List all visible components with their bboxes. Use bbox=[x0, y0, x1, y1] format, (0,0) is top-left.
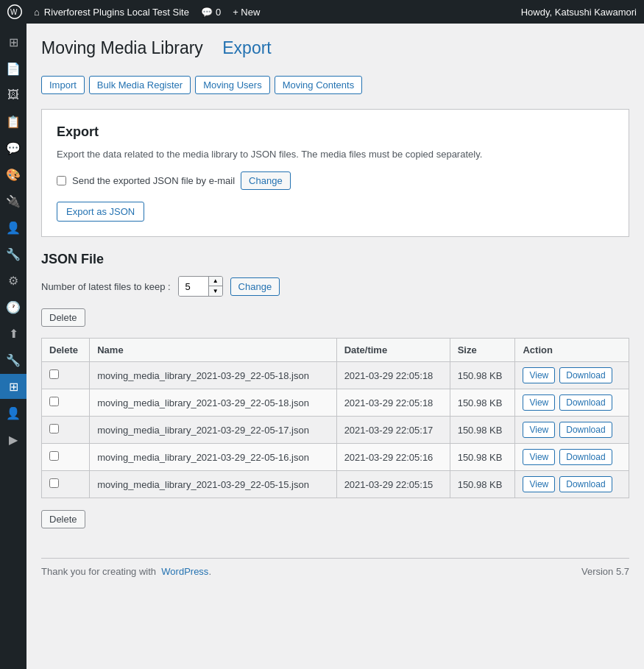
keep-files-change-button[interactable]: Change bbox=[230, 277, 280, 296]
sidebar-item-appearance[interactable]: 🎨 bbox=[0, 162, 26, 187]
moving-users-button[interactable]: Moving Users bbox=[195, 76, 269, 94]
row-size-4: 150.98 KB bbox=[450, 471, 515, 498]
spinner-down-button[interactable]: ▼ bbox=[209, 286, 222, 296]
wp-logo[interactable]: W bbox=[7, 4, 22, 19]
page-header: Moving Media Library Export bbox=[41, 38, 629, 70]
table-row: moving_media_library_2021-03-29_22-05-18… bbox=[42, 362, 629, 389]
nav-buttons: Import Bulk Media Register Moving Users … bbox=[41, 76, 629, 94]
export-description: Export the data related to the media lib… bbox=[57, 149, 614, 160]
footer-punctuation: . bbox=[208, 566, 211, 577]
email-checkbox-row: Send the exported JSON file by e-mail Ch… bbox=[57, 171, 614, 190]
svg-text:W: W bbox=[10, 8, 18, 16]
view-button-1[interactable]: View bbox=[523, 394, 555, 411]
send-email-label: Send the exported JSON file by e-mail bbox=[72, 175, 235, 186]
admin-bar: W Riverforest Plugins Local Test Site 💬 … bbox=[0, 0, 644, 24]
json-file-section: JSON File Number of latest files to keep… bbox=[41, 252, 629, 528]
footer-thank-you: Thank you for creating with bbox=[41, 566, 156, 577]
footer: Thank you for creating with WordPress. V… bbox=[41, 558, 629, 577]
sidebar-item-play[interactable]: ▶ bbox=[0, 427, 26, 452]
row-size-3: 150.98 KB bbox=[450, 444, 515, 471]
bulk-media-register-button[interactable]: Bulk Media Register bbox=[89, 76, 191, 94]
table-row: moving_media_library_2021-03-29_22-05-16… bbox=[42, 444, 629, 471]
row-datetime-2: 2021-03-29 22:05:17 bbox=[336, 417, 450, 444]
sidebar-item-history[interactable]: 🕐 bbox=[0, 294, 26, 319]
sidebar-item-plugin-active[interactable]: ⊞ bbox=[0, 374, 26, 399]
download-button-0[interactable]: Download bbox=[559, 367, 612, 383]
json-section-title: JSON File bbox=[41, 252, 629, 267]
send-email-checkbox[interactable] bbox=[57, 176, 66, 185]
download-button-2[interactable]: Download bbox=[559, 422, 612, 438]
site-name[interactable]: Riverforest Plugins Local Test Site bbox=[34, 7, 189, 18]
col-action: Action bbox=[515, 339, 629, 362]
row-name-4: moving_media_library_2021-03-29_22-05-15… bbox=[90, 471, 336, 498]
view-button-3[interactable]: View bbox=[523, 449, 555, 465]
col-size: Size bbox=[450, 339, 515, 362]
admin-sidebar: ⊞ 📄 🖼 📋 💬 🎨 🔌 👤 🔧 ⚙ 🕐 ⬆ 🔧 ⊞ 👤 ▶ bbox=[0, 24, 26, 669]
keep-files-label: Number of latest files to keep : bbox=[41, 281, 171, 292]
delete-bottom-button[interactable]: Delete bbox=[41, 510, 85, 528]
table-row: moving_media_library_2021-03-29_22-05-15… bbox=[42, 471, 629, 498]
row-datetime-4: 2021-03-29 22:05:15 bbox=[336, 471, 450, 498]
export-section: Export Export the data related to the me… bbox=[41, 109, 629, 237]
file-table: Delete Name Date/time Size Action moving… bbox=[41, 338, 629, 498]
main-content: Moving Media Library Export Import Bulk … bbox=[26, 24, 644, 669]
new-content-link[interactable]: + New bbox=[233, 7, 260, 18]
row-name-0: moving_media_library_2021-03-29_22-05-18… bbox=[90, 362, 336, 389]
user-greeting: Howdy, Katsushi Kawamori bbox=[521, 7, 637, 18]
import-button[interactable]: Import bbox=[41, 76, 85, 94]
sidebar-item-media[interactable]: 🖼 bbox=[0, 82, 26, 107]
sidebar-item-dashboard[interactable]: ⊞ bbox=[0, 29, 26, 54]
row-datetime-3: 2021-03-29 22:05:16 bbox=[336, 444, 450, 471]
row-datetime-0: 2021-03-29 22:05:18 bbox=[336, 362, 450, 389]
sidebar-item-comments[interactable]: 💬 bbox=[0, 135, 26, 160]
table-body: moving_media_library_2021-03-29_22-05-18… bbox=[42, 362, 629, 498]
view-button-4[interactable]: View bbox=[523, 476, 555, 492]
keep-files-input-wrapper: 5 ▲ ▼ bbox=[178, 276, 223, 297]
moving-contents-button[interactable]: Moving Contents bbox=[275, 76, 363, 94]
sidebar-item-plugins[interactable]: 🔌 bbox=[0, 188, 26, 213]
download-button-4[interactable]: Download bbox=[559, 476, 612, 492]
export-section-title: Export bbox=[57, 124, 614, 140]
row-name-3: moving_media_library_2021-03-29_22-05-16… bbox=[90, 444, 336, 471]
sidebar-item-user2[interactable]: 👤 bbox=[0, 400, 26, 425]
table-header: Delete Name Date/time Size Action bbox=[42, 339, 629, 362]
view-button-2[interactable]: View bbox=[523, 422, 555, 438]
footer-left: Thank you for creating with WordPress. bbox=[41, 566, 211, 577]
footer-version: Version 5.7 bbox=[581, 566, 629, 577]
view-button-0[interactable]: View bbox=[523, 367, 555, 383]
col-name: Name bbox=[90, 339, 336, 362]
email-change-button[interactable]: Change bbox=[241, 171, 291, 190]
row-delete-checkbox-3[interactable] bbox=[49, 451, 59, 461]
row-delete-checkbox-0[interactable] bbox=[49, 369, 59, 379]
keep-files-row: Number of latest files to keep : 5 ▲ ▼ C… bbox=[41, 276, 629, 297]
row-name-1: moving_media_library_2021-03-29_22-05-18… bbox=[90, 389, 336, 417]
sidebar-item-upload[interactable]: ⬆ bbox=[0, 321, 26, 346]
row-delete-checkbox-4[interactable] bbox=[49, 478, 59, 488]
row-delete-checkbox-1[interactable] bbox=[49, 397, 59, 406]
table-row: moving_media_library_2021-03-29_22-05-17… bbox=[42, 417, 629, 444]
sidebar-item-wrench2[interactable]: 🔧 bbox=[0, 347, 26, 372]
col-datetime: Date/time bbox=[336, 339, 450, 362]
sidebar-item-posts[interactable]: 📄 bbox=[0, 56, 26, 81]
row-size-0: 150.98 KB bbox=[450, 362, 515, 389]
comments-link[interactable]: 💬 0 bbox=[201, 7, 221, 18]
sidebar-item-tools[interactable]: 🔧 bbox=[0, 241, 26, 266]
row-size-2: 150.98 KB bbox=[450, 417, 515, 444]
sidebar-item-settings[interactable]: ⚙ bbox=[0, 268, 26, 293]
spinner-buttons: ▲ ▼ bbox=[208, 277, 222, 296]
keep-files-input[interactable]: 5 bbox=[179, 277, 208, 296]
wordpress-link[interactable]: WordPress bbox=[161, 566, 208, 577]
delete-top-button[interactable]: Delete bbox=[41, 308, 85, 327]
row-datetime-1: 2021-03-29 22:05:18 bbox=[336, 389, 450, 417]
download-button-1[interactable]: Download bbox=[559, 394, 612, 411]
col-delete: Delete bbox=[42, 339, 90, 362]
table-row: moving_media_library_2021-03-29_22-05-18… bbox=[42, 389, 629, 417]
row-delete-checkbox-2[interactable] bbox=[49, 424, 59, 433]
download-button-3[interactable]: Download bbox=[559, 449, 612, 465]
spinner-up-button[interactable]: ▲ bbox=[209, 277, 222, 286]
page-title: Moving Media Library Export bbox=[41, 38, 272, 58]
sidebar-item-pages[interactable]: 📋 bbox=[0, 109, 26, 134]
export-as-json-button[interactable]: Export as JSON bbox=[57, 202, 144, 222]
row-name-2: moving_media_library_2021-03-29_22-05-17… bbox=[90, 417, 336, 444]
sidebar-item-users[interactable]: 👤 bbox=[0, 215, 26, 240]
